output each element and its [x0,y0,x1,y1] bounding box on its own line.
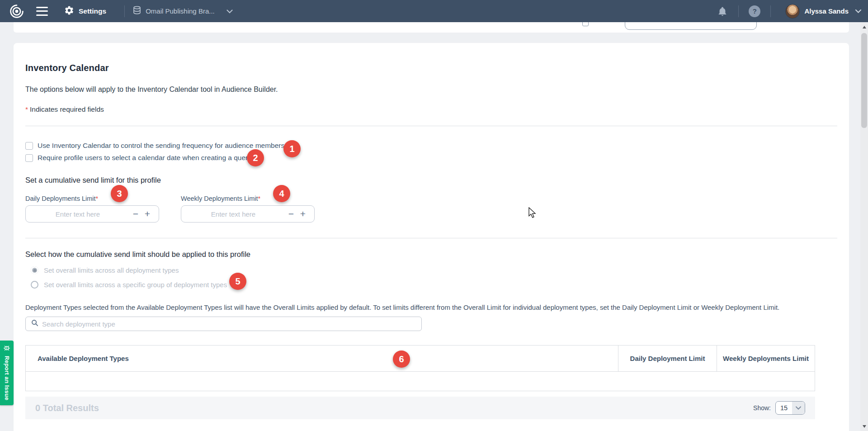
weekly-limit-field-group: Weekly Deployments Limit* − + [181,195,315,223]
settings-label: Settings [79,7,106,15]
required-fields-note: *Indicates required fields [25,105,837,114]
database-icon [133,6,141,17]
page-size-control: Show: 15 [753,401,805,415]
deployment-types-description: Deployment Types selected from the Avail… [25,303,837,311]
table-footer: 0 Total Results Show: 15 [25,397,815,419]
chevron-down-icon [226,7,233,15]
section-divider [25,238,837,238]
navbar-left: Settings Omail Publishing Bra... [9,4,233,19]
table-header-row: Available Deployment Types Daily Deploym… [26,346,815,372]
overall-limits-all-types-radio-row: Set overall limits across all deployment… [31,266,837,274]
brand-dropdown[interactable]: Omail Publishing Bra... [133,6,233,17]
limits-row: Daily Deployments Limit* − + Weekly Depl… [25,195,837,223]
weekly-limit-label: Weekly Deployments Limit* [181,195,315,202]
use-inventory-calendar-checkbox-row: Use Inventory Calendar to control the se… [25,142,837,150]
column-header-weekly-deployments-limit[interactable]: Weekly Deployments Limit [717,355,815,362]
required-asterisk: * [25,105,28,113]
question-mark-icon: ? [749,5,760,17]
annotation-badge-6: 6 [393,350,410,368]
page-title: Inventory Calendar [25,63,837,73]
scroll-down-arrow[interactable] [860,422,868,430]
overall-limits-all-types-radio[interactable] [31,266,38,274]
daily-limit-input[interactable] [26,206,130,222]
total-results-count: 0 Total Results [35,403,99,413]
annotation-badge-5: 5 [229,273,246,290]
report-issue-label: Report an Issue [4,356,10,400]
annotation-badge-4: 4 [273,185,290,202]
scroll-up-arrow[interactable] [860,23,868,31]
required-asterisk: * [96,195,99,202]
section-divider [25,126,837,126]
require-calendar-date-checkbox-row: Require profile users to select a calend… [25,154,837,162]
brand-dropdown-label: Omail Publishing Bra... [146,7,215,15]
plus-icon[interactable]: + [297,208,309,220]
navbar-right: ? Alyssa Sands [715,4,862,19]
column-header-daily-deployment-limit[interactable]: Daily Deployment Limit [618,346,717,371]
inventory-calendar-card: Inventory Calendar The options below wil… [14,43,849,431]
vertical-scrollbar[interactable] [860,22,868,431]
plus-icon[interactable]: + [142,208,153,220]
annotation-badge-2: 2 [247,149,264,166]
required-asterisk: * [258,195,261,202]
daily-limit-label: Daily Deployments Limit* [25,195,159,202]
omeda-logo-icon[interactable] [9,4,24,19]
radio-label[interactable]: Set overall limits across a specific gro… [44,281,227,289]
minus-icon[interactable]: − [285,208,297,220]
help-button[interactable]: ? [747,4,762,19]
chevron-down-icon [792,402,805,414]
deployment-search-box [25,317,422,331]
empty-table-row [26,372,815,391]
overall-limits-group-radio-row: Set overall limits across a specific gro… [31,281,837,289]
overall-limits-group-radio[interactable] [31,281,38,289]
daily-limit-field-group: Daily Deployments Limit* − + [25,195,159,223]
gear-icon [64,5,74,17]
daily-limit-input-wrap: − + [25,205,159,223]
notifications-button[interactable] [715,4,730,19]
show-label: Show: [753,404,771,412]
user-menu-chevron-icon[interactable] [855,7,862,15]
bug-icon [3,344,11,354]
scrollbar-thumb[interactable] [861,33,867,128]
navbar-divider [770,5,771,17]
annotation-badge-3: 3 [111,185,128,202]
checkbox-label[interactable]: Require profile users to select a calend… [38,154,251,162]
hamburger-menu-icon[interactable] [36,7,48,16]
user-name: Alyssa Sands [804,7,849,15]
send-limit-heading: Set a cumulative send limit for this pro… [25,176,837,185]
require-calendar-date-checkbox[interactable] [25,154,33,162]
checkbox-label[interactable]: Use Inventory Calendar to control the se… [38,142,284,150]
scrolled-card-bottom [14,22,849,33]
weekly-limit-input-wrap: − + [181,205,315,223]
top-navbar: Settings Omail Publishing Bra... ? [0,0,868,22]
minus-icon[interactable]: − [130,208,142,220]
report-issue-tab[interactable]: Report an Issue [0,341,14,405]
deployment-search-input[interactable] [42,320,417,328]
apply-limit-heading: Select how the cumulative send limit sho… [25,250,837,259]
radio-label[interactable]: Set overall limits across all deployment… [44,266,179,274]
navbar-divider [124,5,125,17]
column-header-available-deployment-types[interactable]: Available Deployment Types [26,355,618,362]
search-icon [31,319,38,328]
deployment-types-table: Available Deployment Types Daily Deploym… [25,345,815,391]
page-size-select[interactable]: 15 [775,401,805,415]
weekly-limit-input[interactable] [181,206,285,222]
user-avatar[interactable] [785,4,800,19]
navbar-divider [738,5,739,17]
settings-nav-item[interactable]: Settings [64,5,106,17]
annotation-badge-1: 1 [283,140,301,157]
use-inventory-calendar-checkbox[interactable] [25,142,33,150]
intro-text: The options below will apply to the Inve… [25,85,837,94]
page-size-value: 15 [776,404,792,412]
